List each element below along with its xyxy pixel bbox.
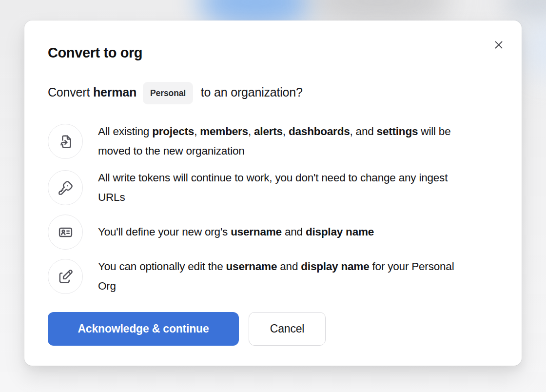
acknowledge-continue-button[interactable]: Acknowledge & continue	[48, 312, 239, 346]
convert-to-org-dialog: Convert to org Convert hermanPersonal to…	[24, 20, 522, 366]
edit-icon	[48, 259, 83, 294]
dialog-title: Convert to org	[48, 44, 498, 61]
close-icon[interactable]	[489, 35, 508, 55]
info-row: All write tokens will continue to work, …	[48, 168, 498, 207]
dialog-actions: Acknowledge & continue Cancel	[48, 312, 498, 346]
dialog-question: Convert hermanPersonal to an organizatio…	[48, 82, 498, 104]
background-blur-blob-gray	[306, 0, 452, 23]
info-text: You can optionally edit the username and…	[98, 257, 468, 296]
question-suffix: to an organization?	[197, 85, 303, 99]
personal-badge: Personal	[143, 82, 193, 104]
org-name: herman	[93, 85, 136, 99]
info-text: All existing projects, members, alerts, …	[98, 122, 468, 161]
key-icon	[48, 170, 83, 205]
file-import-icon	[48, 124, 83, 159]
background-blur-blob-corner	[522, 20, 546, 78]
info-row: You can optionally edit the username and…	[48, 257, 498, 296]
cancel-button[interactable]: Cancel	[249, 312, 326, 346]
info-row: All existing projects, members, alerts, …	[48, 122, 498, 161]
info-text: You'll define your new org's username an…	[98, 222, 374, 242]
id-card-icon	[48, 215, 83, 250]
background-blur-blob-gray-right	[502, 0, 546, 21]
info-list: All existing projects, members, alerts, …	[48, 122, 498, 296]
info-text: All write tokens will continue to work, …	[98, 168, 468, 207]
info-row: You'll define your new org's username an…	[48, 215, 498, 250]
question-prefix: Convert	[48, 85, 93, 99]
